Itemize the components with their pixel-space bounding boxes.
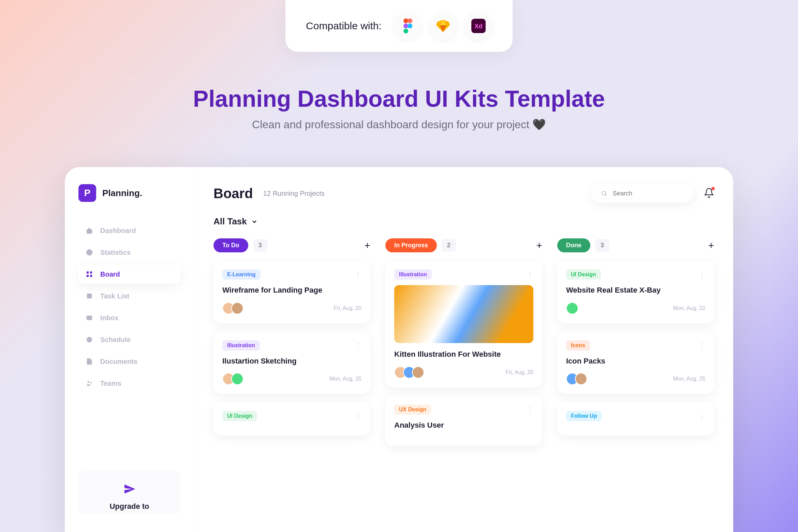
sidebar-item-documents[interactable]: Documents [78,352,180,371]
sidebar-item-label: Schedule [100,336,131,344]
sidebar-item-dashboard[interactable]: Dashboard [78,221,180,240]
upgrade-card[interactable]: Upgrade to [78,471,180,515]
avatar [566,302,578,314]
add-card-button[interactable]: + [708,240,714,251]
card-footer: Mon, Aug, 25 [566,373,705,385]
sidebar-item-teams[interactable]: Teams [78,374,180,393]
svg-point-4 [403,29,408,33]
card-footer: Fri, Aug, 20 [222,302,361,314]
column-header: Done3+ [557,238,714,252]
card-image [394,285,533,343]
page-subtitle: 12 Running Projects [263,190,325,197]
team-icon [85,379,93,387]
task-card[interactable]: UX Design⋮Analysis User [385,396,542,446]
svg-rect-12 [87,275,89,277]
chevron-down-icon [251,218,258,225]
avatar [231,373,243,385]
sidebar-item-label: Dashboard [100,227,136,235]
sidebar-item-inbox[interactable]: Inbox [78,308,180,327]
card-tag: Icons [566,340,590,351]
task-card[interactable]: Illustration⋮Kitten Illustration For Web… [385,261,542,387]
avatar [231,302,243,314]
column-pill: In Progress [385,238,437,252]
pie-icon [85,248,93,256]
sidebar: P Planning. DashboardStatisticsBoardTask… [65,167,194,532]
more-icon[interactable]: ⋮ [527,408,533,411]
card-footer: Fri, Aug, 20 [394,366,533,379]
avatar-group [394,366,424,379]
svg-point-3 [408,24,412,28]
paper-plane-icon [87,483,172,497]
more-icon[interactable]: ⋮ [355,344,361,347]
card-title: Ilustartion Sketching [222,356,361,366]
list-icon [85,292,93,300]
header: Board 12 Running Projects [213,184,714,203]
svg-point-2 [403,24,408,28]
task-card[interactable]: Follow Up⋮ [557,402,714,435]
hero-subtitle: Clean and professional dashboard design … [0,118,798,131]
more-icon[interactable]: ⋮ [355,414,361,418]
card-title: Website Real Estate X-Bay [566,285,705,295]
card-tag: UX Design [394,404,431,415]
more-icon[interactable]: ⋮ [527,273,533,276]
more-icon[interactable]: ⋮ [698,273,705,276]
task-card[interactable]: Icons⋮Icon PacksMon, Aug, 25 [557,331,714,394]
home-icon [85,226,93,235]
card-tag: Illustration [394,269,432,280]
brand: P Planning. [78,184,180,202]
notification-bell[interactable] [704,188,714,199]
card-title: Wireframe for Landing Page [222,285,361,295]
card-footer: Mon, Aug, 22 [566,302,705,314]
task-card[interactable]: UI Design⋮Website Real Estate X-BayMon, … [557,261,714,323]
filter-dropdown[interactable]: All Task [213,216,714,227]
card-footer: Mon, Aug, 25 [222,373,361,385]
card-date: Fri, Aug, 20 [334,305,361,311]
card-tag: UI Design [566,269,601,280]
search-input[interactable] [613,190,684,197]
card-date: Mon, Aug, 25 [673,376,705,382]
inbox-icon [85,314,93,322]
upgrade-text: Upgrade to [87,502,172,511]
sidebar-item-schedule[interactable]: Schedule [78,330,180,349]
card-date: Mon, Aug, 22 [673,305,705,311]
svg-point-21 [90,382,92,384]
add-card-button[interactable]: + [364,240,370,251]
svg-line-23 [605,194,607,196]
svg-point-0 [403,18,408,23]
notification-dot [711,187,715,190]
card-date: Mon, Aug, 25 [329,376,361,382]
add-card-button[interactable]: + [536,240,542,251]
svg-rect-13 [90,275,92,277]
task-card[interactable]: E-Learning⋮Wireframe for Landing PageFri… [213,261,370,323]
card-title: Kitten Illustration For Website [394,349,533,359]
column-header: In Progress2+ [385,238,542,252]
compat-label: Compatible with: [306,20,382,32]
card-tag: E-Learning [222,269,261,280]
main-content: Board 12 Running Projects All Task To Do… [194,167,733,532]
sidebar-item-statistics[interactable]: Statistics [78,243,180,262]
xd-icon: Xd [465,12,492,40]
search-icon [601,190,607,197]
column-to-do: To Do3+E-Learning⋮Wireframe for Landing … [213,238,370,446]
column-count: 3 [595,239,609,252]
more-icon[interactable]: ⋮ [698,344,705,347]
sidebar-nav: DashboardStatisticsBoardTask ListInboxSc… [78,221,180,393]
card-tag: Illustration [222,340,260,351]
avatar-group [566,302,578,314]
more-icon[interactable]: ⋮ [698,414,705,418]
card-tag: UI Design [222,411,257,421]
sidebar-item-task-list[interactable]: Task List [78,286,180,306]
column-pill: Done [557,238,590,252]
more-icon[interactable]: ⋮ [355,273,361,276]
sidebar-item-board[interactable]: Board [78,265,180,284]
sidebar-item-label: Documents [100,358,137,366]
task-card[interactable]: Illustration⋮Ilustartion SketchingMon, A… [213,331,370,394]
filter-label: All Task [213,216,247,227]
task-card[interactable]: UI Design⋮ [213,402,370,435]
column-pill: To Do [213,238,248,252]
grid-icon [85,270,93,278]
figma-icon [394,12,421,40]
svg-point-22 [602,191,606,195]
sketch-icon [429,12,457,40]
search-box[interactable] [591,184,694,203]
